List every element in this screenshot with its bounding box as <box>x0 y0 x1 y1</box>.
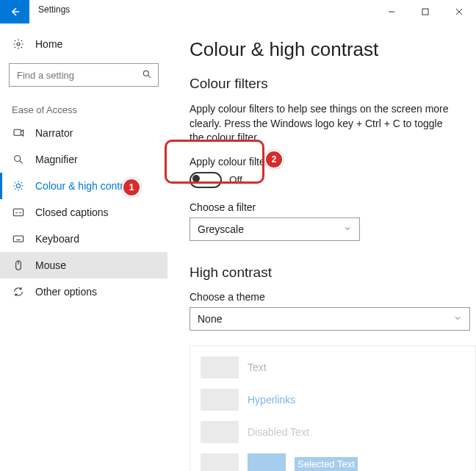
svg-point-6 <box>15 156 21 162</box>
preview-swatch <box>201 453 239 471</box>
annotation-2: 2 <box>264 150 284 169</box>
sidebar-item-magnifier[interactable]: Magnifier <box>0 146 167 173</box>
preview-text: Text <box>248 362 267 373</box>
svg-line-4 <box>148 75 150 77</box>
preview-selected: Selected Text <box>295 457 358 471</box>
sidebar-item-captions[interactable]: Closed captions <box>0 199 167 226</box>
captions-icon <box>12 206 25 218</box>
nav-home-label: Home <box>35 38 62 50</box>
content: Colour & high contrast Colour filters Ap… <box>167 24 476 471</box>
svg-rect-1 <box>422 9 428 15</box>
titlebar: Settings <box>0 0 476 24</box>
search-input[interactable] <box>15 69 142 82</box>
svg-line-7 <box>20 161 23 164</box>
search-icon <box>142 69 152 82</box>
high-contrast-heading: High contrast <box>190 265 476 281</box>
filter-value: Greyscale <box>198 223 244 235</box>
theme-value: None <box>198 313 222 325</box>
choose-filter-label: Choose a filter <box>190 201 476 213</box>
sidebar-section-title: Ease of Access <box>0 100 167 120</box>
sidebar-item-colour[interactable]: Colour & high contrast <box>0 173 167 199</box>
sidebar-item-label: Narrator <box>35 127 73 139</box>
sidebar-item-label: Keyboard <box>35 233 79 245</box>
sidebar-item-other[interactable]: Other options <box>0 278 167 305</box>
gear-icon <box>12 38 25 50</box>
search-input-wrap[interactable] <box>9 63 159 87</box>
sidebar-item-narrator[interactable]: Narrator <box>0 120 167 146</box>
keyboard-icon <box>12 233 25 245</box>
preview-swatch <box>201 389 239 411</box>
chevron-down-icon <box>343 223 352 235</box>
sidebar-item-label: Magnifier <box>35 154 78 165</box>
mouse-icon <box>12 259 25 271</box>
svg-point-2 <box>17 43 20 46</box>
sidebar: Home Ease of Access Narrator Magnifier <box>0 24 167 471</box>
svg-rect-5 <box>14 129 21 135</box>
sidebar-item-keyboard[interactable]: Keyboard <box>0 226 167 252</box>
brightness-icon <box>12 180 25 192</box>
colour-filters-heading: Colour filters <box>190 76 476 92</box>
annotation-1: 1 <box>122 178 141 197</box>
window-title: Settings <box>29 0 79 24</box>
theme-preview: Text Hyperlinks Disabled Text Selected T… <box>190 345 476 471</box>
svg-point-8 <box>16 184 20 187</box>
preview-swatch <box>201 421 239 443</box>
annotation-highlight <box>165 140 264 184</box>
sidebar-item-label: Mouse <box>35 259 66 271</box>
magnifier-icon <box>12 154 25 165</box>
arrow-sync-icon <box>12 286 25 298</box>
close-button[interactable] <box>442 0 476 24</box>
theme-select[interactable]: None <box>190 307 470 331</box>
preview-swatch-selected <box>248 453 286 471</box>
narrator-icon <box>12 127 25 139</box>
svg-rect-9 <box>13 209 23 215</box>
maximize-button[interactable] <box>408 0 442 24</box>
sidebar-item-mouse[interactable]: Mouse <box>0 252 167 278</box>
page-title: Colour & high contrast <box>190 38 476 61</box>
choose-theme-label: Choose a theme <box>190 291 476 303</box>
preview-hyperlinks: Hyperlinks <box>248 394 295 406</box>
colour-filters-desc: Apply colour filters to help see things … <box>190 102 454 145</box>
nav-home[interactable]: Home <box>0 31 167 57</box>
back-button[interactable] <box>0 0 29 24</box>
minimize-button[interactable] <box>375 0 408 24</box>
chevron-down-icon <box>453 313 462 325</box>
filter-select[interactable]: Greyscale <box>190 217 360 241</box>
sidebar-item-label: Other options <box>35 286 97 298</box>
preview-disabled: Disabled Text <box>248 426 309 438</box>
sidebar-item-label: Closed captions <box>35 206 109 218</box>
preview-swatch <box>201 356 239 378</box>
svg-point-3 <box>143 71 148 76</box>
svg-rect-10 <box>13 236 23 242</box>
